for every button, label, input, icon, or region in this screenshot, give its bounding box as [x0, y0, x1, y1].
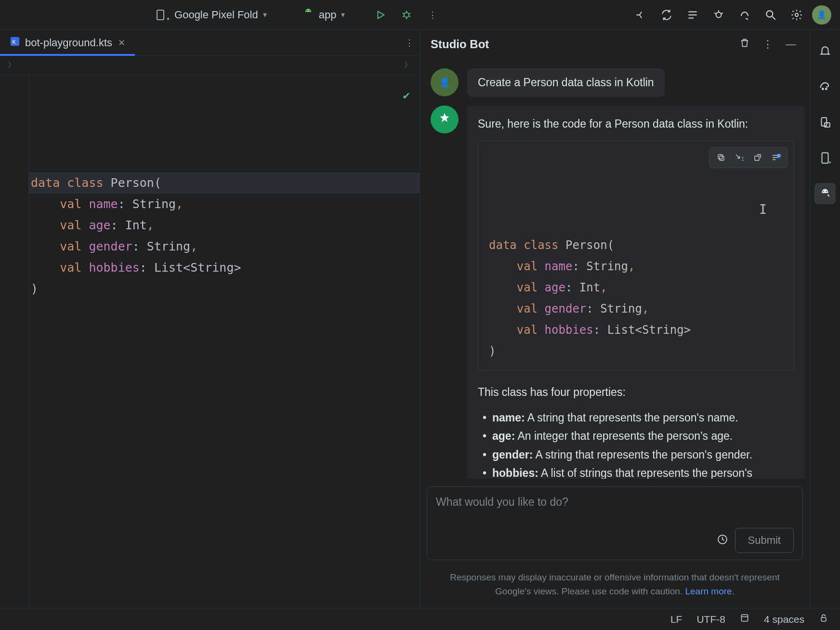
studio-bot-panel: Studio Bot ⋮ — 👤 Create a Person data cl… — [420, 30, 810, 608]
svg-marker-3 — [378, 11, 384, 18]
user-message-avatar: 👤 — [431, 68, 459, 96]
svg-line-7 — [409, 13, 410, 14]
android-icon — [302, 8, 314, 22]
user-avatar[interactable]: 👤 — [812, 5, 831, 25]
bot-disclaimer: Responses may display inaccurate or offe… — [420, 566, 810, 608]
tab-filename: bot-playground.kts — [25, 37, 112, 49]
svg-point-30 — [822, 88, 824, 90]
property-bullet: name: A string that represents the perso… — [481, 409, 794, 426]
svg-rect-32 — [821, 118, 827, 126]
svg-rect-37 — [741, 615, 748, 621]
svg-rect-23 — [720, 156, 724, 160]
settings-icon[interactable] — [786, 4, 807, 26]
svg-line-8 — [403, 16, 404, 17]
code-editor[interactable]: ✔ data class Person( val name: String, v… — [0, 75, 420, 608]
status-encoding[interactable]: UTF-8 — [696, 614, 725, 625]
svg-line-19 — [772, 16, 775, 20]
code-actions-toolbar: I ● — [709, 147, 788, 168]
more-actions-button[interactable]: ⋮ — [422, 4, 443, 26]
learn-more-link[interactable]: Learn more — [685, 586, 732, 596]
breadcrumb-right-chevron-icon[interactable]: 〉 — [404, 60, 412, 70]
svg-point-36 — [826, 191, 827, 192]
breadcrumb-chevron-icon[interactable]: 〉 — [8, 60, 15, 70]
svg-line-6 — [403, 13, 404, 14]
svg-point-35 — [823, 191, 824, 192]
close-tab-icon[interactable]: ✕ — [118, 38, 125, 48]
bot-messages: 👤 Create a Person data class in Kotlin S… — [420, 59, 810, 479]
submit-button[interactable]: Submit — [735, 528, 794, 553]
user-message-bubble: Create a Person data class in Kotlin — [467, 68, 665, 97]
kotlin-file-icon: K — [10, 36, 20, 50]
list-icon[interactable] — [682, 4, 703, 26]
svg-rect-25 — [755, 156, 759, 160]
module-selector[interactable]: app ▾ — [296, 5, 352, 25]
status-bar: LF UTF-8 4 spaces — [0, 608, 840, 630]
build-icon[interactable] — [630, 4, 651, 26]
bot-prompt-input[interactable] — [436, 496, 794, 509]
svg-rect-34 — [822, 153, 828, 163]
bot-message-row: Sure, here is the code for a Person data… — [431, 105, 805, 479]
explain-code-icon[interactable]: ● — [768, 150, 784, 165]
property-bullet: gender: A string that represents the per… — [481, 446, 794, 463]
svg-point-2 — [309, 10, 310, 11]
property-bullet: hobbies: A list of strings that represen… — [481, 465, 794, 479]
svg-point-1 — [306, 10, 307, 11]
device-online-dot: ● — [167, 16, 170, 21]
chevron-down-icon: ▾ — [341, 10, 345, 19]
editor-pane: K bot-playground.kts ✕ ⋮ 〉 〉 ✔ data clas… — [0, 30, 420, 608]
status-line-separator[interactable]: LF — [670, 614, 682, 625]
bot-header: Studio Bot ⋮ — — [420, 30, 810, 59]
bot-property-list: name: A string that represents the perso… — [478, 409, 794, 479]
lock-icon[interactable] — [819, 613, 828, 625]
profiler-icon[interactable] — [708, 4, 729, 26]
svg-rect-39 — [821, 617, 826, 621]
copy-code-icon[interactable] — [713, 150, 729, 165]
svg-text:K: K — [13, 39, 16, 44]
minimize-icon[interactable]: — — [783, 38, 799, 51]
open-new-icon[interactable] — [750, 150, 765, 165]
svg-line-9 — [409, 16, 410, 17]
delete-icon[interactable] — [736, 38, 753, 51]
editor-tabs: K bot-playground.kts ✕ ⋮ — [0, 30, 420, 56]
device-icon — [155, 10, 166, 20]
search-icon[interactable] — [760, 4, 781, 26]
run-button[interactable] — [370, 4, 391, 26]
tab-more-icon[interactable]: ⋮ — [405, 38, 414, 48]
bot-code-block[interactable]: I ● I data class Person( val name: Strin… — [478, 141, 794, 371]
bot-more-icon[interactable]: ⋮ — [760, 38, 776, 51]
sync-icon[interactable] — [656, 4, 677, 26]
bot-message-avatar — [431, 105, 459, 133]
app-quality-icon[interactable] — [734, 4, 755, 26]
status-readonly-icon[interactable] — [740, 613, 749, 625]
device-selector[interactable]: ● Google Pixel Fold ▾ — [148, 5, 274, 24]
status-indent[interactable]: 4 spaces — [764, 614, 804, 625]
svg-point-18 — [766, 11, 773, 17]
insert-code-icon[interactable]: I — [732, 150, 747, 165]
bot-message-bubble: Sure, here is the code for a Person data… — [467, 105, 805, 479]
svg-line-17 — [721, 13, 722, 13]
right-tool-strip: ● — [810, 30, 840, 608]
bot-input-box: Submit — [427, 486, 803, 560]
studio-bot-toolwindow-icon[interactable] — [814, 183, 836, 204]
property-bullet: age: An integer that represents the pers… — [481, 428, 794, 445]
svg-rect-0 — [157, 10, 164, 20]
svg-point-31 — [826, 88, 827, 90]
gradle-icon[interactable] — [814, 76, 836, 97]
debug-button[interactable] — [396, 4, 417, 26]
editor-tab[interactable]: K bot-playground.kts ✕ — [0, 30, 135, 55]
notifications-icon[interactable] — [814, 40, 836, 62]
top-toolbar: ● Google Pixel Fold ▾ app ▾ ⋮ 👤 — [0, 0, 840, 30]
chevron-down-icon: ▾ — [263, 10, 267, 19]
emulator-icon[interactable] — [814, 112, 836, 133]
svg-point-20 — [795, 13, 799, 16]
module-name: app — [319, 9, 337, 21]
history-icon[interactable] — [717, 534, 728, 548]
svg-point-4 — [404, 13, 409, 17]
bot-after-code-text: This class has four properties: — [478, 384, 794, 400]
user-message-row: 👤 Create a Person data class in Kotlin — [431, 68, 805, 97]
device-manager-icon[interactable]: ● — [814, 147, 836, 169]
svg-point-14 — [716, 12, 722, 17]
inspection-ok-icon[interactable]: ✔ — [403, 85, 410, 106]
breadcrumb-bar: 〉 〉 — [0, 56, 420, 75]
device-name: Google Pixel Fold — [174, 9, 258, 21]
